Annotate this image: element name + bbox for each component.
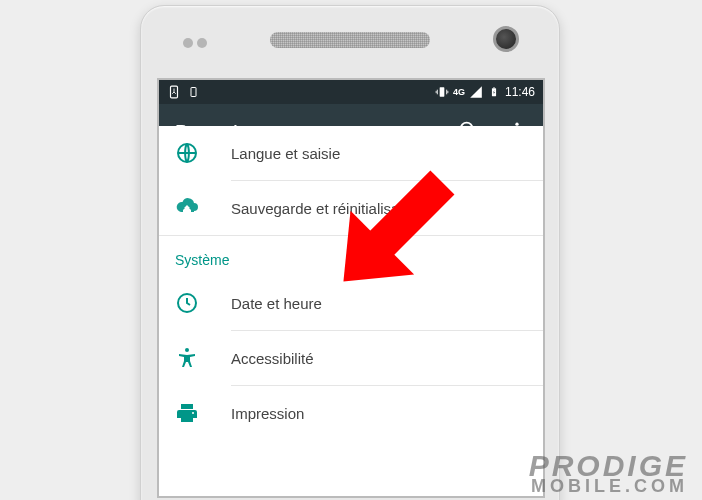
phone-camera [493,26,519,52]
svg-point-11 [185,348,189,352]
battery-charging-icon [487,85,501,99]
cloud-upload-icon [175,196,199,220]
signal-icon [469,85,483,99]
list-item-label: Accessibilité [231,350,314,367]
globe-icon [175,141,199,165]
list-item-printing[interactable]: Impression [159,386,543,440]
phone-screen: 4G 11:46 Paramètres [157,78,545,498]
phone-frame: 4G 11:46 Paramètres [140,5,560,500]
svg-rect-2 [440,87,445,96]
list-item-label: Langue et saisie [231,145,340,162]
list-item-backup[interactable]: Sauvegarde et réinitialisation [159,181,543,235]
network-label: 4G [453,87,465,97]
svg-point-6 [515,123,518,126]
search-icon[interactable] [457,119,479,145]
svg-point-8 [515,134,518,137]
status-bar: 4G 11:46 [159,80,543,104]
list-item-label: Date et heure [231,295,322,312]
settings-list[interactable]: Langue et saisie Sauvegarde et réinitial… [159,126,543,440]
list-item-label: Sauvegarde et réinitialisation [231,200,424,217]
page-title: Paramètres [175,121,273,143]
menu-overflow-icon[interactable] [507,120,527,144]
list-item-date-time[interactable]: Date et heure [159,276,543,330]
status-time: 11:46 [505,85,535,99]
list-item-accessibility[interactable]: Accessibilité [159,331,543,385]
card-icon [187,85,201,99]
svg-rect-1 [191,88,196,97]
svg-point-12 [192,412,194,414]
list-item-label: Impression [231,405,304,422]
section-header-system: Système [159,236,543,276]
phone-indicator-dots [183,34,211,52]
svg-rect-4 [493,87,495,88]
accessibility-icon [175,346,199,370]
usb-icon [167,85,181,99]
phone-speaker [270,32,430,48]
print-icon [175,401,199,425]
vibrate-icon [435,85,449,99]
clock-icon [175,291,199,315]
svg-point-7 [515,128,518,131]
svg-point-5 [461,123,473,135]
